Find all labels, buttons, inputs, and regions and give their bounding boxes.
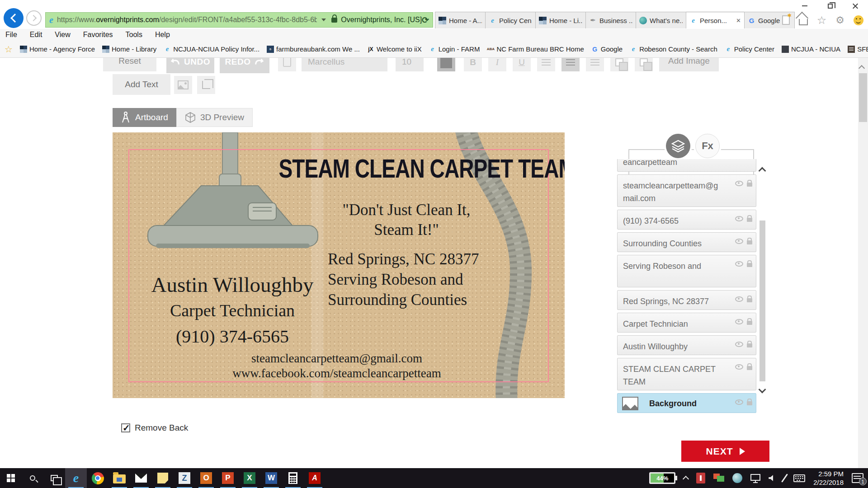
next-button[interactable]: NEXT bbox=[681, 441, 769, 462]
menu-view[interactable]: View bbox=[55, 31, 70, 39]
lock-icon[interactable] bbox=[747, 366, 752, 370]
favorite-ncjua-nciua[interactable]: NCJUA - NCIUA bbox=[782, 45, 840, 53]
tab-policy-center[interactable]: ePolicy Cen... bbox=[485, 12, 536, 28]
lock-icon[interactable] bbox=[747, 218, 752, 222]
clock[interactable]: 2:59 PM 2/22/2018 bbox=[813, 469, 844, 487]
favorite-home-library[interactable]: Home - Library bbox=[102, 45, 156, 53]
url-dropdown-icon[interactable] bbox=[321, 19, 326, 21]
bring-forward-button[interactable] bbox=[610, 58, 628, 71]
taskbar-acrobat[interactable]: A bbox=[304, 468, 326, 488]
send-backward-button[interactable] bbox=[635, 58, 653, 71]
layers-scrollbar-thumb[interactable] bbox=[760, 221, 765, 381]
menu-edit[interactable]: Edit bbox=[30, 31, 42, 39]
text-color-swatch[interactable] bbox=[437, 58, 455, 71]
delete-button[interactable] bbox=[278, 58, 296, 71]
address-bar[interactable]: e https://www.overnightprints.com/design… bbox=[45, 12, 433, 28]
tab-personalize-active[interactable]: ePerson...✕ bbox=[686, 12, 745, 28]
taskbar-powerpoint[interactable]: P bbox=[217, 468, 239, 488]
taskbar-file-explorer[interactable] bbox=[108, 468, 130, 488]
task-view-button[interactable] bbox=[43, 468, 65, 488]
touch-keyboard-icon[interactable] bbox=[793, 474, 805, 482]
visibility-eye-icon[interactable] bbox=[735, 319, 743, 324]
layer-item[interactable]: Austin Willoughby bbox=[617, 335, 756, 355]
layer-item[interactable]: eancarpetteam bbox=[617, 159, 756, 172]
remove-back-checkbox[interactable] bbox=[121, 423, 130, 432]
bold-button[interactable]: B bbox=[464, 58, 482, 71]
tray-expand-icon[interactable] bbox=[683, 476, 689, 482]
business-card-canvas[interactable]: STEAM CLEAN CARPET TEAM "Don't Just Clea… bbox=[113, 132, 565, 398]
lock-icon[interactable] bbox=[747, 263, 752, 267]
favorite-google[interactable]: GGoogle bbox=[591, 45, 623, 53]
taskbar-zix[interactable]: Z bbox=[174, 468, 195, 488]
layer-item[interactable]: Serving Robeson and bbox=[617, 255, 756, 287]
lock-icon[interactable] bbox=[747, 298, 752, 302]
undo-button[interactable]: UNDO bbox=[166, 58, 214, 73]
pen-icon[interactable] bbox=[781, 474, 788, 483]
favorite-home-agency-force[interactable]: Home - Agency Force bbox=[20, 45, 95, 53]
scroll-up-arrow[interactable] bbox=[859, 64, 864, 72]
lock-icon[interactable] bbox=[747, 183, 752, 187]
tab-home-agency[interactable]: Home - A... bbox=[435, 12, 486, 28]
start-button[interactable] bbox=[0, 468, 22, 488]
tray-app-red-icon[interactable] bbox=[696, 473, 705, 483]
card-title-text[interactable]: STEAM CLEAN CARPET TEAM bbox=[278, 154, 525, 183]
favorites-bar-star-icon[interactable]: ☆ bbox=[5, 44, 13, 55]
visibility-eye-icon[interactable] bbox=[735, 296, 743, 302]
menu-help[interactable]: Help bbox=[155, 31, 170, 39]
align-left-button[interactable] bbox=[537, 58, 555, 71]
visibility-eye-icon[interactable] bbox=[735, 261, 743, 267]
card-address-text[interactable]: Red Springs, NC 28377 Serving Robeson an… bbox=[328, 249, 518, 310]
home-icon[interactable] bbox=[799, 19, 808, 25]
favorite-nc-farm-bureau[interactable]: ABANC Farm Bureau BRC Home bbox=[487, 45, 584, 53]
tray-displays-icon[interactable] bbox=[713, 474, 724, 483]
layers-scroll-up[interactable] bbox=[760, 167, 765, 175]
font-size-input[interactable]: 10 bbox=[396, 58, 424, 71]
crop-button[interactable] bbox=[197, 76, 215, 94]
favorite-login-farm[interactable]: eLogin - FARM bbox=[429, 45, 480, 53]
layer-item[interactable]: (910) 374-6565 bbox=[617, 210, 756, 230]
visibility-eye-icon[interactable] bbox=[735, 181, 743, 186]
align-right-button[interactable] bbox=[586, 58, 604, 71]
add-image-button[interactable]: Add Image bbox=[659, 58, 719, 71]
reset-button[interactable]: Reset bbox=[103, 58, 156, 71]
favorite-ncjua-policy[interactable]: eNCJUA-NCIUA Policy Infor... bbox=[164, 45, 259, 53]
favorite-policy-center[interactable]: ePolicy Center bbox=[725, 45, 774, 53]
tab-whats-new[interactable]: What's ne... bbox=[636, 12, 686, 28]
layers-scroll-down[interactable] bbox=[760, 386, 765, 394]
layer-item[interactable]: steamcleancarpetteam@gmail.com bbox=[617, 174, 756, 207]
layer-item[interactable]: Carpet Technician bbox=[617, 313, 756, 333]
favorite-sfbli-portal[interactable]: SFBLI Agent Portal bbox=[848, 45, 868, 53]
settings-gear-icon[interactable]: ⚙ bbox=[835, 16, 844, 25]
taskbar-word[interactable]: W bbox=[260, 468, 282, 488]
layers-tab-button[interactable] bbox=[666, 134, 690, 158]
back-button[interactable] bbox=[4, 8, 24, 28]
taskbar-mail[interactable] bbox=[130, 468, 152, 488]
menu-file[interactable]: File bbox=[5, 31, 17, 39]
minimize-button[interactable] bbox=[792, 0, 817, 12]
taskbar-search-button[interactable] bbox=[22, 468, 43, 488]
layer-item-background[interactable]: Background bbox=[617, 393, 756, 413]
insert-image-button[interactable] bbox=[174, 76, 192, 94]
network-icon[interactable] bbox=[750, 474, 760, 481]
card-contact-links[interactable]: steamcleancarpetteam@gmail.com www.faceb… bbox=[224, 351, 450, 381]
add-text-button[interactable]: Add Text bbox=[113, 74, 170, 95]
card-quote-text[interactable]: "Don't Just Clean It, Steam It!" bbox=[293, 200, 519, 240]
taskbar-chrome[interactable] bbox=[87, 468, 108, 488]
visibility-eye-icon[interactable] bbox=[735, 342, 743, 347]
effects-tab-button[interactable]: Fx bbox=[695, 134, 720, 158]
tab-business[interactable]: ✒Business ... bbox=[585, 12, 636, 28]
battery-indicator[interactable]: 44% bbox=[649, 472, 675, 484]
visibility-eye-icon[interactable] bbox=[735, 239, 743, 244]
lock-icon[interactable] bbox=[747, 343, 752, 347]
taskbar-outlook[interactable]: O bbox=[195, 468, 217, 488]
maximize-button[interactable] bbox=[817, 0, 843, 12]
tab-3d-preview[interactable]: 3D Preview bbox=[176, 108, 253, 127]
security-lock-icon[interactable] bbox=[331, 18, 337, 23]
align-center-button[interactable] bbox=[561, 58, 580, 71]
card-job-text[interactable]: Carpet Technician bbox=[122, 300, 343, 320]
card-name-text[interactable]: Austin Willoughby bbox=[122, 272, 343, 297]
tab-home-library[interactable]: Home - Li... bbox=[535, 12, 586, 28]
lock-icon[interactable] bbox=[747, 321, 752, 325]
window-scrollbar-thumb[interactable] bbox=[859, 73, 867, 122]
font-family-select[interactable]: Marcellus bbox=[302, 58, 387, 71]
